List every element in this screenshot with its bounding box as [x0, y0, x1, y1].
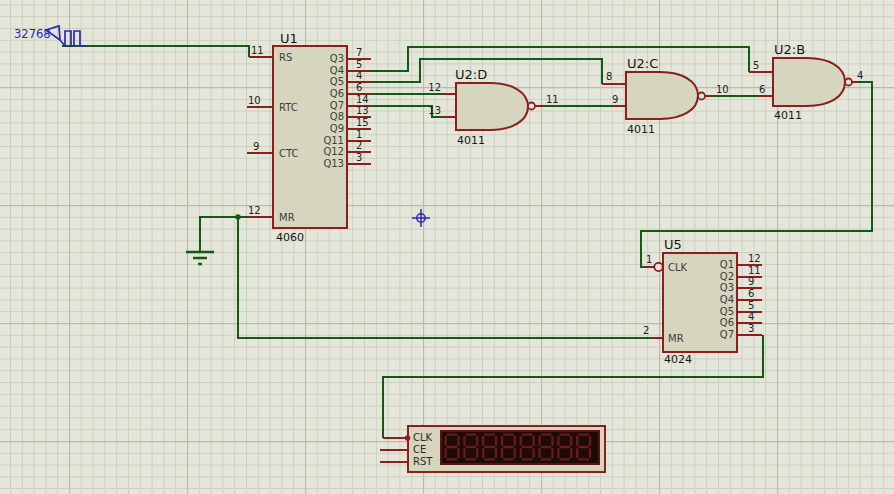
display-pin-ce: CE [413, 444, 426, 455]
u2c-nand-body[interactable] [626, 72, 698, 119]
schematic-editor: 32768 U1 4060 RS RTC CTC MR 11 10 9 12 Q… [0, 0, 894, 494]
u1-pinnum-1: 1 [356, 129, 362, 140]
u2c-pinnum-out: 10 [716, 84, 729, 95]
display-pin-rst: RST [413, 456, 433, 467]
u5-pin-clk: CLK [668, 262, 688, 273]
display-clk-pin-dot [405, 435, 411, 441]
component-7seg-display[interactable]: CLK CE RST [380, 426, 605, 472]
clock-frequency-label: 32768 [14, 27, 51, 41]
u2b-pinnum-in1: 5 [753, 60, 759, 71]
u1-pinnum-13: 13 [356, 105, 369, 116]
u5-ref: U5 [664, 237, 682, 252]
u5-pinnum-4: 4 [748, 311, 754, 322]
u5-part: 4024 [664, 353, 692, 366]
u2b-pinnum-in2: 6 [759, 84, 765, 95]
u1-pinnum-14: 14 [356, 94, 369, 105]
u2b-part: 4011 [774, 109, 802, 122]
u1-pin-q13: Q13 [323, 158, 344, 169]
u2b-ref: U2:B [774, 42, 805, 57]
u5-pinnum-3: 3 [748, 323, 754, 334]
u2c-inversion-bubble [698, 93, 705, 100]
u1-pin-q9: Q9 [330, 123, 344, 134]
u5-pin-q7: Q7 [720, 329, 734, 340]
u2c-pinnum-in2: 9 [612, 94, 618, 105]
u5-pinnum-2: 2 [643, 325, 649, 336]
u5-pin-q4: Q4 [720, 294, 734, 305]
wire-junction-dot [235, 214, 240, 219]
u1-pin-ctc: CTC [279, 148, 299, 159]
u5-pinnum-1: 1 [646, 254, 652, 265]
u1-pin-q5: Q5 [330, 76, 344, 87]
u5-pinnum-5: 5 [748, 300, 754, 311]
u1-pin-q11: Q11 [323, 135, 344, 146]
u5-pin-q6: Q6 [720, 317, 734, 328]
u5-pinnum-11: 11 [748, 265, 761, 276]
grid-major [0, 0, 894, 494]
u5-clock-bubble [654, 263, 662, 271]
u1-pinnum-5: 5 [356, 59, 362, 70]
u2d-ref: U2:D [455, 67, 487, 82]
u1-pin-mr: MR [279, 212, 295, 223]
u5-pinnum-9: 9 [748, 276, 754, 287]
schematic-canvas[interactable]: 32768 U1 4060 RS RTC CTC MR 11 10 9 12 Q… [0, 0, 894, 494]
u1-pin-q3: Q3 [330, 53, 344, 64]
u2b-inversion-bubble [845, 79, 852, 86]
u1-pin-rtc: RTC [279, 102, 298, 113]
u1-pin-q6: Q6 [330, 88, 344, 99]
u5-pinnum-6: 6 [748, 288, 754, 299]
u1-pinnum-15: 15 [356, 117, 369, 128]
u2b-pinnum-out: 4 [857, 70, 863, 81]
u1-pinnum-12: 12 [248, 205, 261, 216]
u2d-pinnum-in1: 12 [428, 82, 441, 93]
u1-part: 4060 [276, 231, 304, 244]
u1-pinnum-10: 10 [248, 95, 261, 106]
u1-pin-q7: Q7 [330, 100, 344, 111]
u5-pin-mr: MR [668, 333, 684, 344]
u1-pin-q12: Q12 [323, 146, 344, 157]
u2c-part: 4011 [627, 123, 655, 136]
display-pin-clk: CLK [413, 432, 433, 443]
u2d-inversion-bubble [528, 103, 535, 110]
u5-pin-q1: Q1 [720, 259, 734, 270]
u2d-pinnum-out: 11 [546, 94, 559, 105]
u5-pinnum-12: 12 [748, 253, 761, 264]
u2c-ref: U2:C [627, 56, 658, 71]
u1-pin-rs: RS [279, 52, 292, 63]
u5-pin-q2: Q2 [720, 271, 734, 282]
u1-pinnum-11: 11 [251, 45, 264, 56]
u5-pin-q5: Q5 [720, 306, 734, 317]
u1-pin-q8: Q8 [330, 111, 344, 122]
u1-ref: U1 [280, 31, 298, 46]
u1-pin-q4: Q4 [330, 65, 344, 76]
u1-pinnum-6: 6 [356, 82, 362, 93]
u1-pinnum-7: 7 [356, 47, 362, 58]
u2b-nand-body[interactable] [773, 58, 845, 106]
u1-pinnum-4: 4 [356, 70, 362, 81]
u5-pin-q3: Q3 [720, 282, 734, 293]
u2d-part: 4011 [457, 134, 485, 147]
u2c-pinnum-in1: 8 [606, 71, 612, 82]
u1-pinnum-2: 2 [356, 140, 362, 151]
u2d-nand-body[interactable] [456, 83, 528, 130]
u1-pinnum-9: 9 [253, 141, 259, 152]
u2d-pinnum-in2: 13 [428, 105, 441, 116]
u1-pinnum-3: 3 [356, 152, 362, 163]
